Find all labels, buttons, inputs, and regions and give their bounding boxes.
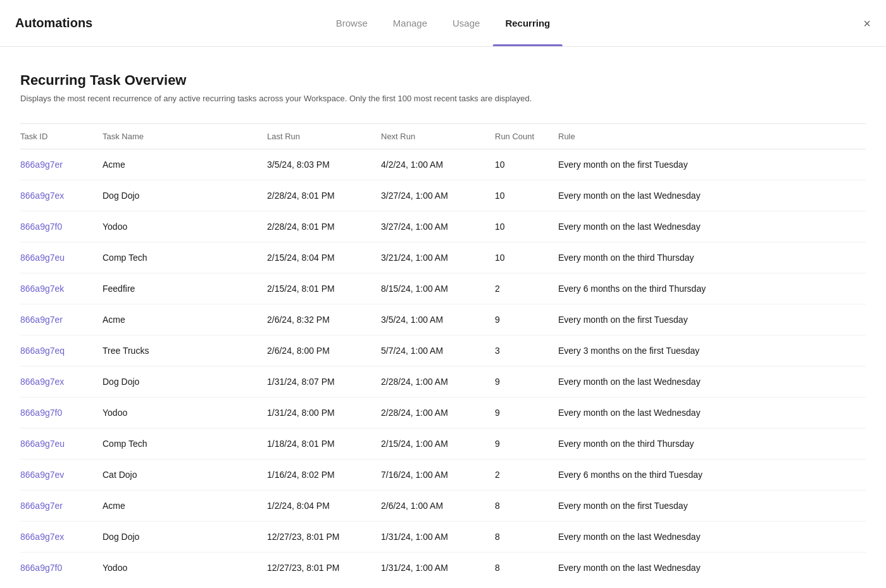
task-name: Feedfire xyxy=(103,273,267,304)
next-run: 2/28/24, 1:00 AM xyxy=(381,397,495,428)
last-run: 1/16/24, 8:02 PM xyxy=(267,460,381,491)
last-run: 1/31/24, 8:07 PM xyxy=(267,366,381,397)
task-name: Yodoo xyxy=(103,553,267,584)
last-run: 2/28/24, 8:01 PM xyxy=(267,211,381,242)
task-id-link[interactable]: 866a9g7eu xyxy=(20,439,65,449)
next-run: 2/6/24, 1:00 AM xyxy=(381,491,495,522)
task-name: Dog Dojo xyxy=(103,366,267,397)
task-name: Yodoo xyxy=(103,211,267,242)
task-name: Acme xyxy=(103,149,267,180)
table-row: 866a9g7erAcme1/2/24, 8:04 PM2/6/24, 1:00… xyxy=(20,491,866,522)
col-header-task-id: Task ID xyxy=(20,124,103,149)
nav-tabs: Browse Manage Usage Recurring xyxy=(323,0,563,46)
table-row: 866a9g7evCat Dojo1/16/24, 8:02 PM7/16/24… xyxy=(20,460,866,491)
rule: Every month on the last Wednesday xyxy=(558,553,866,584)
next-run: 3/27/24, 1:00 AM xyxy=(381,211,495,242)
next-run: 7/16/24, 1:00 AM xyxy=(381,460,495,491)
rule: Every month on the last Wednesday xyxy=(558,397,866,428)
run-count: 9 xyxy=(495,428,558,460)
rule: Every month on the first Tuesday xyxy=(558,149,866,180)
next-run: 3/27/24, 1:00 AM xyxy=(381,180,495,211)
col-header-last-run: Last Run xyxy=(267,124,381,149)
next-run: 3/5/24, 1:00 AM xyxy=(381,304,495,335)
table-row: 866a9g7f0Yodoo2/28/24, 8:01 PM3/27/24, 1… xyxy=(20,211,866,242)
run-count: 8 xyxy=(495,522,558,553)
table-row: 866a9g7exDog Dojo2/28/24, 8:01 PM3/27/24… xyxy=(20,180,866,211)
next-run: 4/2/24, 1:00 AM xyxy=(381,149,495,180)
last-run: 12/27/23, 8:01 PM xyxy=(267,553,381,584)
last-run: 2/15/24, 8:04 PM xyxy=(267,242,381,273)
task-name: Yodoo xyxy=(103,397,267,428)
run-count: 9 xyxy=(495,366,558,397)
task-name: Cat Dojo xyxy=(103,460,267,491)
rule: Every 6 months on the third Thursday xyxy=(558,273,866,304)
next-run: 1/31/24, 1:00 AM xyxy=(381,553,495,584)
next-run: 5/7/24, 1:00 AM xyxy=(381,335,495,366)
table-row: 866a9g7eqTree Trucks2/6/24, 8:00 PM5/7/2… xyxy=(20,335,866,366)
task-name: Comp Tech xyxy=(103,428,267,460)
task-id-link[interactable]: 866a9g7eq xyxy=(20,346,65,356)
close-button[interactable]: × xyxy=(863,17,871,30)
rule: Every month on the last Wednesday xyxy=(558,522,866,553)
task-id-link[interactable]: 866a9g7ex xyxy=(20,191,64,201)
task-name: Acme xyxy=(103,491,267,522)
task-name: Comp Tech xyxy=(103,242,267,273)
task-id-link[interactable]: 866a9g7f0 xyxy=(20,222,62,232)
table-row: 866a9g7f0Yodoo1/31/24, 8:00 PM2/28/24, 1… xyxy=(20,397,866,428)
table-row: 866a9g7erAcme2/6/24, 8:32 PM3/5/24, 1:00… xyxy=(20,304,866,335)
task-id-link[interactable]: 866a9g7ek xyxy=(20,284,64,294)
task-name: Dog Dojo xyxy=(103,522,267,553)
next-run: 3/21/24, 1:00 AM xyxy=(381,242,495,273)
task-id-link[interactable]: 866a9g7f0 xyxy=(20,563,62,573)
task-name: Dog Dojo xyxy=(103,180,267,211)
task-id-link[interactable]: 866a9g7er xyxy=(20,160,63,170)
last-run: 3/5/24, 8:03 PM xyxy=(267,149,381,180)
task-id-link[interactable]: 866a9g7ex xyxy=(20,532,64,542)
task-id-link[interactable]: 866a9g7ev xyxy=(20,470,64,480)
task-id-link[interactable]: 866a9g7ex xyxy=(20,377,64,387)
tab-manage[interactable]: Manage xyxy=(380,0,440,46)
run-count: 10 xyxy=(495,180,558,211)
col-header-rule: Rule xyxy=(558,124,866,149)
page-title: Recurring Task Overview xyxy=(20,72,866,89)
task-id-link[interactable]: 866a9g7er xyxy=(20,315,63,325)
run-count: 10 xyxy=(495,242,558,273)
table-row: 866a9g7erAcme3/5/24, 8:03 PM4/2/24, 1:00… xyxy=(20,149,866,180)
tab-browse[interactable]: Browse xyxy=(323,0,380,46)
last-run: 1/2/24, 8:04 PM xyxy=(267,491,381,522)
run-count: 3 xyxy=(495,335,558,366)
task-name: Acme xyxy=(103,304,267,335)
table-row: 866a9g7euComp Tech1/18/24, 8:01 PM2/15/2… xyxy=(20,428,866,460)
app-header: Automations Browse Manage Usage Recurrin… xyxy=(0,0,886,47)
tab-recurring[interactable]: Recurring xyxy=(492,0,563,46)
table-row: 866a9g7exDog Dojo1/31/24, 8:07 PM2/28/24… xyxy=(20,366,866,397)
next-run: 2/15/24, 1:00 AM xyxy=(381,428,495,460)
last-run: 2/6/24, 8:32 PM xyxy=(267,304,381,335)
task-id-link[interactable]: 866a9g7f0 xyxy=(20,408,62,418)
run-count: 10 xyxy=(495,149,558,180)
table-row: 866a9g7exDog Dojo12/27/23, 8:01 PM1/31/2… xyxy=(20,522,866,553)
app-title: Automations xyxy=(15,16,92,30)
recurring-tasks-table: Task ID Task Name Last Run Next Run Run … xyxy=(20,123,866,583)
run-count: 10 xyxy=(495,211,558,242)
next-run: 1/31/24, 1:00 AM xyxy=(381,522,495,553)
last-run: 1/18/24, 8:01 PM xyxy=(267,428,381,460)
col-header-task-name: Task Name xyxy=(103,124,267,149)
rule: Every month on the last Wednesday xyxy=(558,366,866,397)
rule: Every month on the first Tuesday xyxy=(558,304,866,335)
last-run: 2/15/24, 8:01 PM xyxy=(267,273,381,304)
run-count: 2 xyxy=(495,460,558,491)
page-description: Displays the most recent recurrence of a… xyxy=(20,94,866,103)
table-header-row: Task ID Task Name Last Run Next Run Run … xyxy=(20,124,866,149)
last-run: 2/28/24, 8:01 PM xyxy=(267,180,381,211)
run-count: 8 xyxy=(495,491,558,522)
task-id-link[interactable]: 866a9g7eu xyxy=(20,253,65,263)
table-row: 866a9g7ekFeedfire2/15/24, 8:01 PM8/15/24… xyxy=(20,273,866,304)
col-header-next-run: Next Run xyxy=(381,124,495,149)
task-id-link[interactable]: 866a9g7er xyxy=(20,501,63,511)
table-row: 866a9g7f0Yodoo12/27/23, 8:01 PM1/31/24, … xyxy=(20,553,866,584)
run-count: 9 xyxy=(495,304,558,335)
rule: Every month on the third Thursday xyxy=(558,428,866,460)
tab-usage[interactable]: Usage xyxy=(440,0,492,46)
rule: Every month on the third Thursday xyxy=(558,242,866,273)
